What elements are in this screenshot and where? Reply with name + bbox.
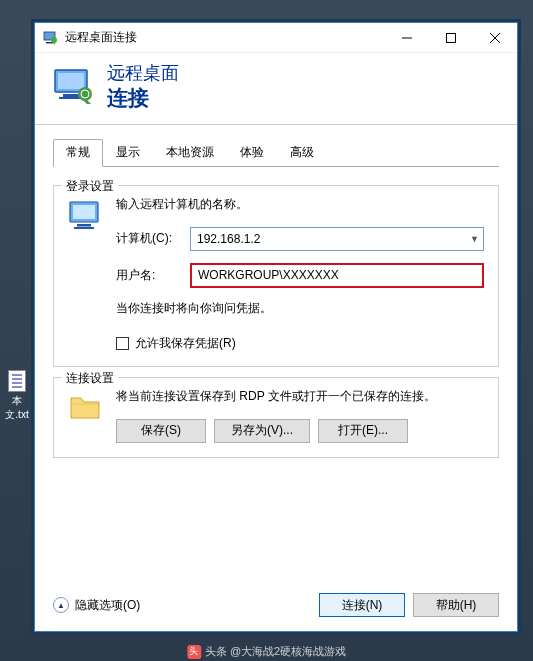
login-settings-group: 登录设置 输入远程计算机的名称。 计算机(C): ▼ — [53, 185, 499, 367]
username-value: WORKGROUP\XXXXXXX — [190, 263, 484, 288]
tabs-container: 常规 显示 本地资源 体验 高级 — [35, 125, 517, 167]
computer-label: 计算机(C): — [116, 230, 190, 247]
username-label: 用户名: — [116, 267, 190, 284]
computer-row: 计算机(C): ▼ — [116, 227, 484, 251]
help-button[interactable]: 帮助(H) — [413, 593, 499, 617]
connect-button[interactable]: 连接(N) — [319, 593, 405, 617]
tab-display[interactable]: 显示 — [103, 139, 153, 167]
svg-rect-14 — [73, 205, 95, 219]
computer-icon — [68, 196, 104, 352]
svg-rect-16 — [74, 227, 94, 229]
close-button[interactable] — [473, 23, 517, 53]
header-subtitle: 连接 — [107, 85, 179, 110]
save-as-button[interactable]: 另存为(V)... — [214, 419, 310, 443]
folder-icon — [68, 388, 104, 443]
save-button[interactable]: 保存(S) — [116, 419, 206, 443]
maximize-button[interactable] — [429, 23, 473, 53]
tab-advanced[interactable]: 高级 — [277, 139, 327, 167]
app-icon — [43, 31, 59, 45]
connection-legend: 连接设置 — [62, 370, 118, 387]
open-button[interactable]: 打开(E)... — [318, 419, 408, 443]
save-credentials-row[interactable]: 允许我保存凭据(R) — [116, 335, 484, 352]
desktop-file-icon[interactable]: 本文.txt — [2, 370, 32, 422]
titlebar[interactable]: 远程桌面连接 — [35, 23, 517, 53]
username-row: 用户名: WORKGROUP\XXXXXXX — [116, 263, 484, 288]
header-text: 远程桌面 连接 — [107, 63, 179, 110]
rdc-logo-icon — [53, 68, 95, 104]
desktop-file-label: 本文.txt — [2, 394, 32, 422]
svg-rect-8 — [58, 73, 84, 89]
tab-experience[interactable]: 体验 — [227, 139, 277, 167]
save-credentials-checkbox[interactable] — [116, 337, 129, 350]
tab-strip: 常规 显示 本地资源 体验 高级 — [53, 139, 499, 167]
minimize-button[interactable] — [385, 23, 429, 53]
tab-content: 登录设置 输入远程计算机的名称。 计算机(C): ▼ — [35, 167, 517, 472]
svg-rect-4 — [447, 33, 456, 42]
svg-rect-9 — [63, 94, 79, 97]
txt-file-icon — [8, 370, 26, 392]
save-credentials-label: 允许我保存凭据(R) — [135, 335, 236, 352]
hide-options-toggle[interactable]: ▲ 隐藏选项(O) — [53, 597, 140, 614]
watermark: 头 头条 @大海战2硬核海战游戏 — [187, 644, 346, 659]
tab-general[interactable]: 常规 — [53, 139, 103, 167]
credentials-hint: 当你连接时将向你询问凭据。 — [116, 300, 484, 317]
collapse-arrow-icon: ▲ — [53, 597, 69, 613]
computer-combo[interactable]: ▼ — [190, 227, 484, 251]
computer-input[interactable] — [190, 227, 484, 251]
hide-options-label: 隐藏选项(O) — [75, 597, 140, 614]
connection-settings-group: 连接设置 将当前连接设置保存到 RDP 文件或打开一个已保存的连接。 保存(S)… — [53, 377, 499, 458]
tab-local-resources[interactable]: 本地资源 — [153, 139, 227, 167]
footer-bar: ▲ 隐藏选项(O) 连接(N) 帮助(H) — [53, 593, 499, 617]
rdc-window: 远程桌面连接 远程桌面 连接 常规 显示 本地资源 体验 高级 — [34, 22, 518, 632]
header-title: 远程桌面 — [107, 63, 179, 85]
watermark-text: 头条 @大海战2硬核海战游戏 — [205, 644, 346, 659]
window-title: 远程桌面连接 — [65, 29, 385, 46]
svg-rect-15 — [77, 224, 91, 227]
connection-text: 将当前连接设置保存到 RDP 文件或打开一个已保存的连接。 — [116, 388, 484, 405]
svg-rect-1 — [46, 42, 53, 44]
toutiao-icon: 头 — [187, 645, 201, 659]
connection-buttons: 保存(S) 另存为(V)... 打开(E)... — [116, 419, 484, 443]
login-legend: 登录设置 — [62, 178, 118, 195]
header-banner: 远程桌面 连接 — [35, 53, 517, 124]
login-prompt: 输入远程计算机的名称。 — [116, 196, 484, 213]
